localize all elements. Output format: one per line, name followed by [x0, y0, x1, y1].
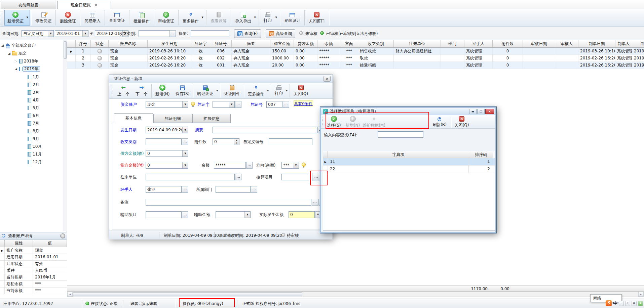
close-icon[interactable]	[324, 76, 331, 82]
grid-column-header[interactable]: 序号	[76, 40, 91, 48]
ime-toolbox-icon[interactable]: ✚	[638, 301, 643, 306]
tree-item-month[interactable]: 4月	[28, 97, 39, 104]
handler-picker-button[interactable]	[182, 186, 188, 193]
tree-item-month[interactable]: 2月	[28, 82, 39, 88]
search-button[interactable]: 查询(F)	[234, 29, 261, 38]
refresh-icon[interactable]	[2, 234, 5, 237]
voucher-toolbar-attachment[interactable]: 凭证附件	[221, 84, 243, 98]
category-picker-button[interactable]	[169, 30, 176, 37]
voucher-word-picker-button[interactable]	[235, 101, 241, 108]
handler-input[interactable]: 张亚	[146, 186, 182, 193]
tree-item-month[interactable]: 11月	[28, 151, 42, 158]
tab-cash-journal[interactable]: 现金日记账	[57, 1, 111, 9]
toolbar-button-delete-voucher[interactable]: 删除凭证	[57, 10, 79, 26]
lamp-icon[interactable]	[191, 102, 195, 106]
toolbar-button-audit-voucher[interactable]: 审核凭证	[155, 10, 177, 26]
voucher-toolbar-print[interactable]: 打印▼	[272, 84, 289, 98]
tree-item-month[interactable]: 7月	[28, 120, 39, 127]
summary-input[interactable]	[191, 30, 229, 37]
close-icon[interactable]	[60, 233, 65, 238]
lamp-icon[interactable]	[302, 163, 306, 167]
tab-close-icon[interactable]	[94, 1, 98, 9]
occur-date-input[interactable]: 2019-04-09 09:20	[146, 127, 188, 133]
aux-item-input[interactable]	[146, 211, 182, 218]
voucher-toolbar-transfer[interactable]: 转记凭证▼	[194, 84, 219, 98]
dict-row[interactable]: 222	[323, 166, 495, 173]
tab-voucher-detail[interactable]: 凭证明细	[153, 114, 192, 123]
dropdown-arrow-icon[interactable]: ▼	[27, 16, 28, 19]
dropdown-arrow-icon[interactable]: ▼	[254, 16, 256, 19]
category-input[interactable]	[139, 30, 170, 37]
property-row[interactable]: 币种人民币	[0, 267, 67, 274]
counterparty-picker-button[interactable]	[235, 174, 241, 180]
tree-item-root[interactable]: ◢全部现金账户	[1, 42, 36, 49]
toolbar-button-edit-voucher[interactable]: 修改凭证	[32, 10, 54, 26]
toolbar-button-view-voucher[interactable]: 查看凭证	[106, 10, 128, 26]
voucher-toolbar-add[interactable]: 新增(N)	[152, 84, 173, 98]
advanced-search-button[interactable]: 高级查询	[266, 29, 295, 38]
grid-column-header[interactable]: 账户名称	[109, 40, 148, 48]
fund-account-select[interactable]: 现金	[146, 101, 188, 108]
table-row[interactable]: 2现金2019-02-26 16:20收002存入现金1000.000.00**…	[67, 55, 644, 62]
grid-column-header[interactable]: 往来单位	[394, 40, 441, 48]
table-row[interactable]: 3现金2019-02-26 16:20收001存入现金20.000.00****…	[67, 62, 644, 69]
tree-item-month[interactable]: 3月	[28, 89, 39, 96]
sogou-icon[interactable]: S	[606, 300, 612, 306]
scrollbar-thumb[interactable]	[64, 41, 67, 59]
dict-row[interactable]: ▶111	[323, 158, 495, 166]
close-icon[interactable]: ×	[485, 109, 494, 114]
balance-picker-button[interactable]	[246, 162, 253, 169]
property-row[interactable]: ▶账户名称现金	[0, 247, 67, 254]
toolbar-button-import-export[interactable]: 导入导出▼	[232, 10, 258, 26]
counterparty-input[interactable]	[146, 174, 235, 180]
minimize-icon[interactable]: ▬	[469, 109, 477, 114]
property-row[interactable]: 启用日期2016-01-01	[0, 254, 67, 261]
remark-input[interactable]	[146, 199, 311, 206]
tree-item-month[interactable]: 9月	[28, 136, 39, 142]
tree-item-month[interactable]: 8月	[28, 128, 39, 135]
date-mode-select[interactable]: 自定义日期	[22, 30, 54, 37]
tree-item-year-2018[interactable]: ▷2018年	[15, 58, 38, 65]
voucher-no-picker-button[interactable]	[283, 101, 289, 108]
attachments-link[interactable]: 共有0附件	[294, 100, 313, 107]
expanded-arrow-icon[interactable]: ◢	[15, 66, 19, 72]
category-picker-button[interactable]	[182, 138, 188, 145]
grid-column-header[interactable]: 凭证号	[210, 40, 232, 48]
property-row[interactable]: 期初余额***	[0, 281, 67, 288]
balance-input[interactable]: *****	[214, 162, 246, 169]
voucher-toolbar-close[interactable]: 关闭(Q)	[291, 84, 311, 98]
grid-column-header[interactable]: 余额	[317, 40, 340, 48]
attach-count-stepper[interactable]: 0	[213, 138, 239, 145]
credit-amount-input[interactable]: 0	[146, 162, 188, 169]
dropdown-arrow-icon[interactable]: ▼	[286, 89, 288, 92]
scrollbar-thumb[interactable]	[73, 292, 302, 296]
tree-scrollbar[interactable]	[63, 40, 67, 231]
voucher-no-input[interactable]: 007	[266, 101, 282, 108]
property-row[interactable]: 当前余额***	[0, 288, 67, 294]
tab-extended-info[interactable]: 扩展信息	[192, 114, 231, 123]
grid-column-header[interactable]: 摘要	[232, 40, 270, 48]
voucher-word-select[interactable]	[213, 101, 235, 108]
ime-keyboard-icon[interactable]: ▦	[632, 301, 637, 306]
date-from-input[interactable]: 2019-01-01	[55, 30, 88, 37]
tab-function-nav[interactable]: 功能导航窗	[1, 1, 56, 9]
grid-column-header[interactable]: 审核人	[555, 40, 578, 48]
tree-item-month[interactable]: 10月	[28, 143, 42, 150]
tab-basic-info[interactable]: 基本信息	[114, 113, 153, 123]
tree-item-month[interactable]: 12月	[28, 159, 42, 166]
grid-column-header[interactable]: 收支类别	[358, 40, 394, 48]
dict-toolbar-close[interactable]: 关闭(Q)	[454, 116, 470, 128]
dropdown-arrow-icon[interactable]: ▼	[275, 16, 277, 19]
tree-item-month[interactable]: 1月	[28, 74, 39, 81]
custom-no-input[interactable]	[269, 138, 312, 145]
ime-lang-toggle[interactable]: 中	[613, 300, 617, 306]
scroll-left-icon[interactable]: ◂	[67, 292, 73, 297]
dropdown-arrow-icon[interactable]: ▼	[216, 89, 218, 92]
toolbar-button-print[interactable]: 打印▼	[260, 10, 279, 26]
expanded-arrow-icon[interactable]: ◢	[1, 42, 5, 49]
direction-select[interactable]: ***	[281, 162, 299, 169]
expanded-arrow-icon[interactable]: ◢	[8, 50, 12, 57]
grid-column-header[interactable]: 附件数	[493, 40, 523, 48]
remark-picker-button[interactable]	[312, 199, 318, 206]
toolbar-button-ui-design[interactable]: 界面设计	[281, 10, 303, 26]
